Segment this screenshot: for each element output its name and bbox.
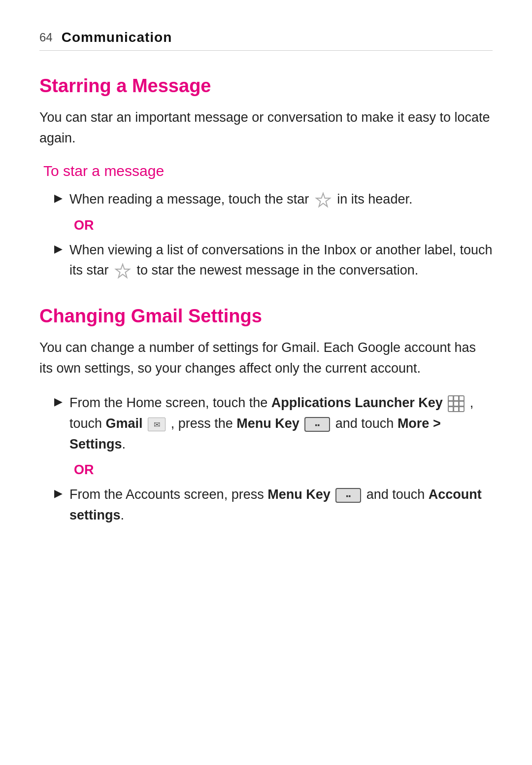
bullet-arrow-icon: ▶ [54, 192, 63, 205]
menu-key-icon-1: ▪▪ [304, 417, 330, 432]
star-icon [315, 192, 332, 209]
bullet-item-4: ▶ From the Accounts screen, press Menu K… [39, 485, 493, 526]
bullet-item-3: ▶ From the Home screen, touch the Applic… [39, 393, 493, 455]
bullet-text-2: When viewing a list of conversations in … [69, 240, 493, 281]
bullet-arrow-icon-4: ▶ [54, 487, 63, 500]
svg-rect-10 [460, 407, 464, 411]
svg-marker-0 [316, 193, 330, 207]
svg-rect-5 [449, 402, 453, 406]
bullet-text-3: From the Home screen, touch the Applicat… [69, 393, 493, 455]
bullet-text-1: When reading a message, touch the star i… [69, 189, 412, 210]
or-label-2: OR [74, 462, 493, 478]
bullet-item-2: ▶ When viewing a list of conversations i… [39, 240, 493, 281]
bullet-arrow-icon-2: ▶ [54, 243, 63, 255]
gmail-icon: ✉ [148, 417, 166, 431]
section-gmail-intro: You can change a number of settings for … [39, 338, 493, 379]
subsection-star-title: To star a message [43, 163, 493, 179]
header-title: Communication [62, 30, 172, 45]
app-launcher-icon [448, 395, 465, 412]
svg-rect-4 [460, 396, 464, 400]
bold-menu-key-2: Menu Key [267, 487, 331, 502]
svg-rect-6 [454, 402, 458, 406]
or-label-1: OR [74, 218, 493, 233]
section-starring-title: Starring a Message [39, 75, 493, 97]
svg-marker-1 [116, 264, 130, 278]
page-header: 64 Communication [39, 30, 493, 51]
section-gmail-title: Changing Gmail Settings [39, 306, 493, 327]
svg-rect-7 [460, 402, 464, 406]
svg-rect-8 [449, 407, 453, 411]
section-gmail-settings: Changing Gmail Settings You can change a… [39, 306, 493, 526]
bold-applications-launcher: Applications Launcher Key [271, 395, 443, 410]
bullet-item-1: ▶ When reading a message, touch the star… [39, 189, 493, 210]
menu-key-icon-2: ▪▪ [335, 488, 361, 503]
section-starring: Starring a Message You can star an impor… [39, 75, 493, 281]
bold-gmail: Gmail [106, 416, 143, 431]
bullet-arrow-icon-3: ▶ [54, 395, 63, 408]
bold-menu-key-1: Menu Key [236, 416, 299, 431]
svg-rect-2 [449, 396, 453, 400]
svg-rect-9 [454, 407, 458, 411]
bullet-text-4: From the Accounts screen, press Menu Key… [69, 485, 493, 526]
section-starring-intro: You can star an important message or con… [39, 107, 493, 149]
page-number: 64 [39, 31, 53, 44]
star-icon-2 [114, 263, 131, 279]
svg-rect-3 [454, 396, 458, 400]
